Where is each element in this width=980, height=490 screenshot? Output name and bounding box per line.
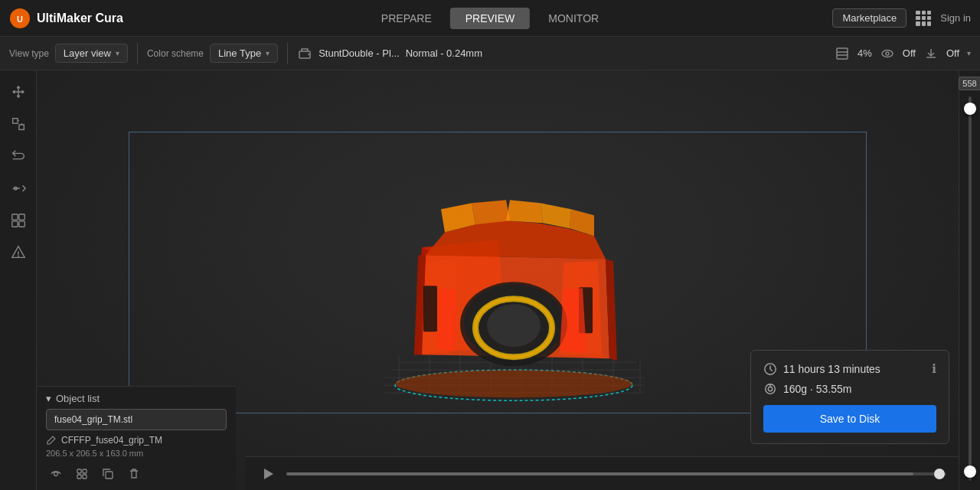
duplicate-object-button[interactable] [98,464,118,484]
tab-preview[interactable]: PREVIEW [450,8,531,29]
logo-area: U UltiMaker Cura [9,8,162,29]
svg-rect-48 [106,472,113,479]
svg-rect-45 [83,469,87,473]
delete-object-button[interactable] [124,464,144,484]
model-svg [353,148,675,439]
svg-rect-47 [83,475,87,479]
svg-rect-14 [18,214,24,220]
svg-point-19 [18,256,18,256]
logo-text: UltiMaker Cura [37,11,123,25]
layer-percentage: 4% [858,47,872,59]
object-dimensions: 206.5 x 206.5 x 163.0 mm [46,449,227,458]
color-scheme-value: Line Type [218,47,261,59]
scale-tool-button[interactable] [5,110,32,138]
svg-rect-11 [18,125,23,129]
svg-point-7 [882,50,893,57]
timeline-fill [286,472,913,475]
svg-marker-49 [264,469,273,479]
view-object-button[interactable] [46,464,66,484]
timeline-thumb[interactable] [934,469,945,479]
slider-thumb-top[interactable] [964,103,976,115]
move-tool-button[interactable] [5,78,32,106]
svg-point-42 [395,370,632,397]
nav-right: Marketplace Sign in [832,8,971,28]
playback-bar [245,456,959,490]
eye-icon-1 [880,46,895,61]
support-button[interactable] [5,239,32,266]
layers-icon [835,46,850,61]
svg-rect-10 [12,119,17,123]
top-nav: U UltiMaker Cura PREPARE PREVIEW MONITOR… [0,0,980,37]
svg-rect-46 [77,475,81,479]
layer-controls: 4% Off Off ▾ [835,46,971,61]
print-time: 11 hours 13 minutes [783,363,880,375]
model-container [353,148,675,442]
info-button[interactable]: ℹ [932,361,936,376]
svg-rect-16 [18,221,24,227]
view-type-arrow: ▾ [116,49,119,57]
svg-rect-44 [77,469,81,473]
apps-grid-icon[interactable] [916,11,931,26]
print-time-row: 11 hours 13 minutes ℹ [763,361,936,376]
object-list-collapse-icon: ▾ [46,393,51,404]
toolbar-divider-2 [287,43,288,64]
printer-settings-icon [297,46,312,61]
left-sidebar [0,70,37,490]
color-scheme-arrow: ▾ [266,49,270,57]
eye-label-2: Off [946,47,959,59]
view-type-label: View type [9,48,49,59]
slider-track[interactable] [969,96,972,481]
view-type-select[interactable]: Layer view ▾ [55,44,128,63]
svg-point-3 [308,54,309,55]
svg-point-43 [54,472,58,476]
logo-icon: U [9,8,31,29]
object-name-row: CFFFP_fuse04_grip_TM [46,435,227,446]
object-file-name: fuse04_grip_TM.stl [46,409,227,430]
marketplace-button[interactable]: Marketplace [832,8,906,28]
view-type-value: Layer view [64,47,111,59]
slider-value: 558 [959,77,980,90]
tab-prepare[interactable]: PREPARE [366,8,447,29]
snap-button[interactable] [5,175,32,202]
sign-in-button[interactable]: Sign in [940,12,971,24]
object-list-header[interactable]: ▾ Object list [46,393,227,404]
nav-tabs: PREPARE PREVIEW MONITOR [366,8,614,29]
timeline-track[interactable] [286,472,946,475]
print-weight-row: 160g · 53.55m [763,382,936,396]
svg-point-52 [768,387,772,390]
more-controls-arrow[interactable]: ▾ [967,49,971,57]
arrange-button[interactable] [5,207,32,234]
svg-rect-13 [11,214,17,220]
object-actions [46,464,227,484]
svg-rect-15 [11,221,17,227]
tab-monitor[interactable]: MONITOR [533,8,614,29]
print-info-card: 11 hours 13 minutes ℹ 160g · 53.55m Save… [750,350,949,444]
filament-icon [763,382,777,396]
object-list-title: Object list [56,393,100,404]
color-scheme-select[interactable]: Line Type ▾ [210,44,278,63]
color-scheme-group: Color scheme Line Type ▾ [147,44,278,63]
bottom-panel: ▾ Object list fuse04_grip_TM.stl CFFFP_f… [37,386,236,490]
edit-icon [46,435,57,446]
view-type-group: View type Layer view ▾ [9,44,128,63]
svg-point-39 [487,304,541,347]
layer-slider[interactable]: 558 [959,70,980,490]
printer-info[interactable]: StuntDouble - Pl... Normal - 0.24mm [297,46,482,61]
print-weight: 160g · 53.55m [783,383,852,395]
eye-label-1: Off [903,47,916,59]
printer-name: StuntDouble - Pl... [318,47,400,59]
play-button[interactable] [257,463,279,485]
svg-point-8 [886,52,889,55]
color-scheme-label: Color scheme [147,48,204,59]
clock-icon [763,362,777,376]
per-model-settings-button[interactable] [72,464,92,484]
toolbar: View type Layer view ▾ Color scheme Line… [0,37,980,70]
download-icon [923,46,939,61]
svg-rect-4 [837,48,848,59]
save-to-disk-button[interactable]: Save to Disk [763,405,936,433]
svg-text:U: U [17,15,23,24]
undo-button[interactable] [5,142,32,170]
slider-thumb-bottom[interactable] [964,466,976,478]
svg-rect-40 [423,286,437,332]
toolbar-divider-1 [137,43,138,64]
